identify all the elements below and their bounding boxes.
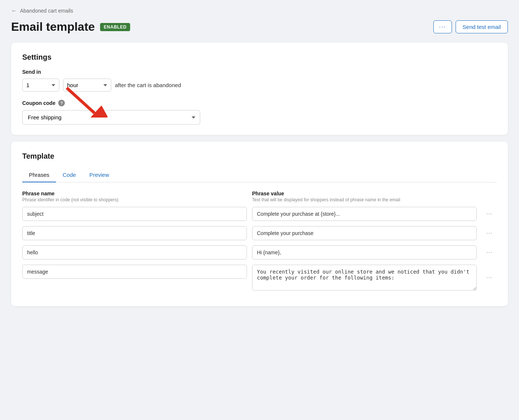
phrase-value-sub: Text that will be displayed for shoppers… [252,197,482,202]
help-icon[interactable]: ? [58,100,65,106]
send-after-text: after the cart is abandoned [115,82,181,88]
phrase-name-title[interactable] [22,226,247,240]
back-arrow-icon: ← [11,7,17,14]
phrase-name-column-header: Phrase name Phrase identifier in code (n… [22,191,252,202]
template-card: Template Phrases Code Preview Phrase nam… [11,142,508,306]
page-header: Email template ENABLED ··· Send test ema… [11,20,508,34]
phrase-value-title: Phrase value [252,191,482,196]
phrase-options-subject[interactable]: ··· [482,208,497,220]
phrase-value-column-header: Phrase value Text that will be displayed… [252,191,482,202]
phrase-row-title: ··· [22,226,497,240]
tab-preview[interactable]: Preview [83,168,116,182]
enabled-badge: ENABLED [100,23,130,31]
template-title: Template [22,152,497,161]
phrase-value-hello[interactable] [252,245,477,259]
tab-phrases[interactable]: Phrases [22,168,56,182]
settings-title: Settings [22,53,497,62]
send-in-label: Send in [22,69,497,75]
coupon-select-wrapper: Free shipping 10% off No coupon [22,110,200,125]
phrase-name-message[interactable] [22,265,247,279]
phrase-row-subject: ··· [22,207,497,221]
tab-code[interactable]: Code [56,168,83,182]
send-in-unit-select[interactable]: minute hour day [63,79,111,92]
tabs-row: Phrases Code Preview [22,168,497,182]
phrase-name-sub: Phrase identifier in code (not visible t… [22,197,252,202]
coupon-code-label: Coupon code [22,100,55,106]
more-options-button[interactable]: ··· [433,20,452,33]
phrase-options-title[interactable]: ··· [482,227,497,239]
coupon-label-row: Coupon code ? [22,100,497,106]
phrase-row-message: You recently visited our online store an… [22,265,497,291]
coupon-code-select[interactable]: Free shipping 10% off No coupon [22,110,200,125]
phrase-row-hello: ··· [22,245,497,259]
phrases-header: Phrase name Phrase identifier in code (n… [22,191,497,202]
page-title-area: Email template ENABLED [11,20,130,34]
phrase-options-message[interactable]: ··· [482,271,497,284]
send-in-row: 1 2 3 6 12 24 minute hour day after the … [22,79,497,92]
phrase-value-title[interactable] [252,226,477,240]
phrase-value-message[interactable]: You recently visited our online store an… [252,265,477,291]
header-actions: ··· Send test email [433,20,508,33]
phrase-name-hello[interactable] [22,245,247,259]
phrase-name-subject[interactable] [22,207,247,221]
phrase-name-title: Phrase name [22,191,252,196]
breadcrumb-label: Abandoned cart emails [20,8,73,14]
send-test-email-button[interactable]: Send test email [456,20,508,33]
page-title: Email template [11,20,95,34]
coupon-section: Coupon code ? Free shipping 10% off No c… [22,100,497,125]
phrase-options-hello[interactable]: ··· [482,246,497,259]
send-in-number-select[interactable]: 1 2 3 6 12 24 [22,79,59,92]
breadcrumb[interactable]: ← Abandoned cart emails [11,7,508,14]
phrase-value-subject[interactable] [252,207,477,221]
settings-card: Settings Send in 1 2 3 6 12 24 minute ho… [11,43,508,135]
